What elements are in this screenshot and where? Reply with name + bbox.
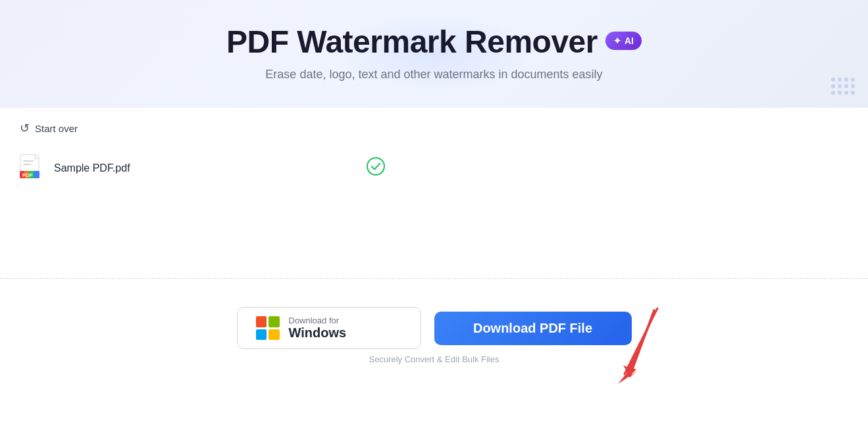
- sparkle-icon: ✦: [613, 36, 621, 46]
- windows-button-text: Download for Windows: [289, 316, 347, 341]
- svg-rect-8: [34, 171, 39, 178]
- windows-button-label-bottom: Windows: [289, 325, 347, 341]
- page-title: PDF Watermark Remover: [226, 24, 598, 60]
- arrow-indicator: [618, 305, 671, 390]
- windows-logo-q2: [268, 316, 280, 327]
- download-pdf-button[interactable]: Download PDF File: [434, 312, 632, 345]
- svg-point-10: [367, 158, 384, 175]
- windows-logo-q4: [268, 329, 280, 341]
- download-windows-button[interactable]: Download for Windows: [237, 307, 421, 349]
- start-over-icon: ↺: [20, 121, 30, 135]
- action-buttons: Download for Windows Download PDF File: [237, 307, 632, 349]
- start-over-button[interactable]: ↺ Start over: [20, 121, 848, 135]
- svg-text:PDF: PDF: [22, 172, 33, 178]
- windows-logo: [256, 316, 280, 340]
- content-area: ↺ Start over PDF PDF: [0, 108, 868, 384]
- file-status-check-icon: [367, 157, 385, 179]
- windows-button-label-top: Download for: [289, 316, 340, 325]
- start-over-label: Start over: [35, 123, 78, 134]
- ai-badge: ✦ AI: [605, 32, 642, 50]
- windows-logo-q3: [256, 329, 267, 341]
- header-banner: PDF Watermark Remover ✦ AI Erase date, l…: [0, 0, 868, 108]
- dashed-divider: [0, 278, 868, 279]
- subtitle: Erase date, logo, text and other waterma…: [13, 68, 855, 82]
- windows-logo-q1: [256, 316, 267, 327]
- bottom-bar: Download for Windows Download PDF File S…: [0, 307, 868, 364]
- pdf-file-icon: PDF PDF: [20, 154, 43, 183]
- file-row: PDF PDF Sample PDF.pdf: [20, 151, 848, 185]
- svg-rect-1: [23, 160, 34, 162]
- secure-label: Securely Convert & Edit Bulk Files: [369, 354, 499, 364]
- svg-line-13: [630, 310, 654, 376]
- title-row: PDF Watermark Remover ✦ AI: [13, 24, 855, 60]
- file-name: Sample PDF.pdf: [54, 162, 130, 174]
- svg-rect-2: [23, 164, 31, 165]
